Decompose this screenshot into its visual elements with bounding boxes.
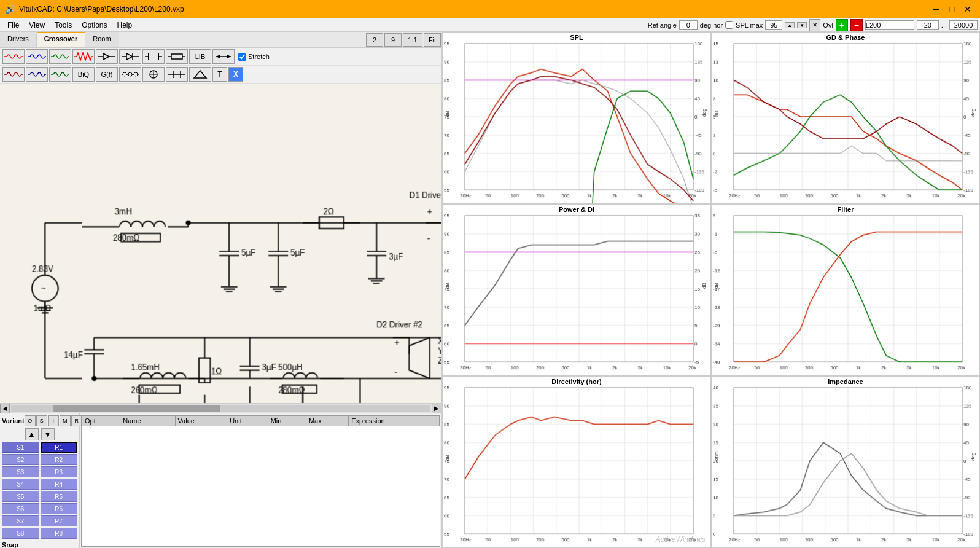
r1-btn[interactable]: R1 — [41, 442, 78, 453]
gd-phase-title: GD & Phase — [826, 34, 865, 41]
schematic-canvas[interactable] — [0, 84, 441, 403]
s4-btn[interactable]: S4 — [2, 479, 39, 490]
variant-s-btn[interactable]: S — [36, 415, 47, 426]
comp-zigzag-red[interactable] — [72, 49, 95, 64]
r8-btn[interactable]: R8 — [41, 528, 78, 539]
impedance-graph: Impedance — [711, 376, 980, 548]
spl-canvas[interactable] — [443, 33, 710, 203]
comp-triangle-down[interactable] — [189, 67, 211, 82]
r7-btn[interactable]: R7 — [41, 515, 78, 526]
ovl-minus-btn[interactable]: − — [850, 19, 863, 31]
variant-i-btn[interactable]: I — [48, 415, 59, 426]
preset-name-input[interactable] — [865, 20, 914, 30]
variant-down-btn[interactable]: ▼ — [41, 428, 55, 440]
comp-circle-x[interactable] — [142, 67, 165, 82]
s8-btn[interactable]: S8 — [2, 528, 39, 539]
r4-btn[interactable]: R4 — [41, 479, 78, 490]
spl-max-checkbox[interactable] — [725, 21, 733, 29]
close-button[interactable]: ✕ — [960, 2, 975, 16]
menu-help[interactable]: Help — [112, 20, 138, 31]
comp-curved-green[interactable] — [49, 49, 71, 64]
imp-canvas[interactable] — [712, 377, 979, 547]
ovl-plus-btn[interactable]: + — [836, 19, 848, 31]
directivity-graph: Directivity (hor) ActiveWindows — [442, 376, 711, 548]
comp-curved-blue[interactable] — [26, 49, 48, 64]
spl-graph: SPL — [442, 32, 711, 204]
stretch-checkbox-label[interactable]: Stretch — [238, 53, 270, 61]
comp-green2[interactable] — [49, 67, 71, 82]
variant-o-btn[interactable]: O — [25, 415, 36, 426]
biq-button[interactable]: BiQ — [72, 67, 95, 82]
tab-crossover[interactable]: Crossover — [37, 32, 85, 47]
s3-btn[interactable]: S3 — [2, 466, 39, 477]
comp-rect[interactable] — [166, 49, 188, 64]
comp-attenuator[interactable] — [166, 67, 188, 82]
s1-btn[interactable]: S1 — [2, 442, 39, 453]
ref-angle-input[interactable] — [679, 20, 698, 30]
spl-x-btn[interactable]: ✕ — [809, 19, 820, 31]
s2-btn[interactable]: S2 — [2, 454, 39, 465]
stretch-checkbox[interactable] — [238, 53, 246, 61]
lib-button[interactable]: LIB — [189, 49, 211, 64]
menu-tools[interactable]: Tools — [50, 20, 77, 31]
col-max: Max — [306, 416, 348, 426]
power-di-graph: Power & DI — [442, 204, 711, 376]
scroll-left-btn[interactable]: ◀ — [0, 404, 10, 413]
r3-btn[interactable]: R3 — [41, 466, 78, 477]
directivity-title: Directivity (hor) — [551, 378, 601, 385]
r2-btn[interactable]: R2 — [41, 454, 78, 465]
gf-button[interactable]: G(f) — [96, 67, 118, 82]
filter-graph: Filter — [711, 204, 980, 376]
col-unit: Unit — [227, 416, 268, 426]
zoom-9-btn[interactable]: 9 — [384, 33, 402, 47]
col-min: Min — [268, 416, 306, 426]
freq-low-input[interactable] — [917, 20, 939, 30]
comp-series[interactable] — [119, 67, 141, 82]
minimize-button[interactable]: ─ — [928, 2, 943, 16]
spl-down-btn[interactable]: ▼ — [797, 22, 807, 28]
menu-view[interactable]: View — [24, 20, 50, 31]
comp-red2[interactable] — [2, 67, 25, 82]
scroll-right-btn[interactable]: ▶ — [432, 404, 441, 413]
variant-up-btn[interactable]: ▲ — [25, 428, 39, 440]
r5-btn[interactable]: R5 — [41, 491, 78, 502]
freq-high-input[interactable] — [949, 20, 978, 30]
comp-blue2[interactable] — [26, 67, 48, 82]
svg-marker-1 — [126, 53, 133, 60]
comp-curved-red[interactable] — [2, 49, 25, 64]
comp-driver[interactable] — [96, 49, 118, 64]
power-canvas[interactable] — [443, 205, 710, 375]
freq-dots: ... — [941, 22, 947, 29]
hscroll-track[interactable] — [11, 405, 430, 412]
x-button[interactable]: X — [228, 67, 243, 82]
svg-point-15 — [134, 72, 138, 76]
tab-room[interactable]: Room — [85, 32, 119, 47]
menu-options[interactable]: Options — [77, 20, 112, 31]
menubar: File View Tools Options Help Ref angle d… — [0, 18, 980, 32]
t-button[interactable]: T — [212, 67, 227, 82]
s7-btn[interactable]: S7 — [2, 515, 39, 526]
filter-canvas[interactable] — [712, 205, 979, 375]
variant-m-btn[interactable]: M — [60, 415, 71, 426]
power-di-title: Power & DI — [559, 206, 594, 213]
spl-max-label: SPL max — [736, 22, 763, 29]
menu-file[interactable]: File — [2, 20, 24, 31]
zoom-2-btn[interactable]: 2 — [366, 33, 383, 47]
spl-up-btn[interactable]: ▲ — [785, 22, 795, 28]
spl-max-input[interactable] — [765, 20, 782, 30]
dir-canvas[interactable] — [443, 377, 710, 547]
param-table: Opt Name Value Unit Min Max Expression — [82, 415, 440, 426]
col-opt: Opt — [82, 416, 120, 426]
comp-parallel[interactable] — [142, 49, 165, 64]
tab-drivers[interactable]: Drivers — [0, 32, 37, 47]
s6-btn[interactable]: S6 — [2, 503, 39, 514]
maximize-button[interactable]: □ — [944, 2, 959, 16]
col-expression: Expression — [349, 416, 440, 426]
comp-driver2[interactable] — [119, 49, 141, 64]
zoom-fit-btn[interactable]: Fit — [424, 33, 441, 47]
comp-arrow[interactable] — [212, 49, 235, 64]
zoom-1-1-btn[interactable]: 1:1 — [403, 33, 422, 47]
r6-btn[interactable]: R6 — [41, 503, 78, 514]
gd-canvas[interactable] — [712, 33, 979, 203]
s5-btn[interactable]: S5 — [2, 491, 39, 502]
